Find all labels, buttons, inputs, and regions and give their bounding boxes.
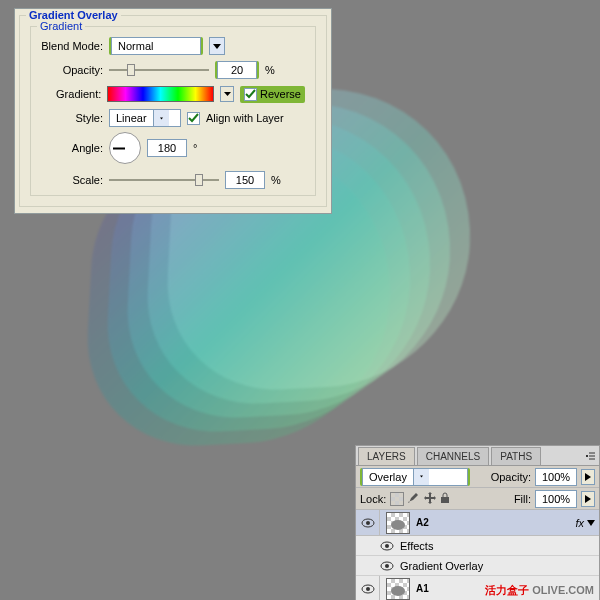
- chevron-down-icon: [413, 469, 429, 485]
- align-with-layer-label: Align with Layer: [206, 112, 284, 124]
- svg-point-4: [391, 520, 405, 530]
- fill-input[interactable]: 100%: [535, 490, 577, 508]
- lock-transparency-icon[interactable]: [390, 492, 404, 506]
- effects-label: Effects: [400, 540, 433, 552]
- opacity-label: Opacity:: [41, 64, 103, 76]
- reverse-label: Reverse: [260, 88, 301, 100]
- svg-point-0: [586, 455, 588, 457]
- visibility-toggle[interactable]: [356, 576, 380, 600]
- layer-opacity-label: Opacity:: [491, 471, 531, 483]
- angle-input[interactable]: 180: [147, 139, 187, 157]
- fill-flyout-icon[interactable]: [581, 491, 595, 507]
- layer-opacity-input[interactable]: 100%: [535, 468, 577, 486]
- watermark: 活力盒子 OLIVE.COM: [485, 583, 594, 598]
- gradient-section-label: Gradient: [37, 20, 85, 32]
- layer-row-a2[interactable]: A2 fx: [356, 510, 599, 536]
- scale-input[interactable]: 150: [225, 171, 265, 189]
- gradient-overlay-panel: Gradient Overlay Gradient Blend Mode: No…: [14, 8, 332, 214]
- layer-name[interactable]: A2: [416, 517, 429, 528]
- opacity-suffix: %: [265, 64, 275, 76]
- align-with-layer-checkbox[interactable]: [187, 112, 200, 125]
- panel-menu-icon[interactable]: [581, 447, 599, 465]
- svg-point-8: [385, 564, 389, 568]
- scale-label: Scale:: [41, 174, 103, 186]
- angle-label: Angle:: [41, 142, 103, 154]
- blend-mode-label: Blend Mode:: [41, 40, 103, 52]
- fill-label: Fill:: [514, 493, 531, 505]
- gradient-preview[interactable]: [107, 86, 214, 102]
- lock-brush-icon[interactable]: [408, 492, 420, 506]
- layer-thumbnail[interactable]: [386, 512, 410, 534]
- svg-rect-1: [441, 497, 449, 503]
- scale-slider[interactable]: [109, 173, 219, 187]
- eye-icon[interactable]: [380, 561, 394, 571]
- svg-point-11: [391, 586, 405, 596]
- lock-all-icon[interactable]: [440, 492, 450, 506]
- effect-gradient-overlay[interactable]: Gradient Overlay: [356, 556, 599, 576]
- blend-mode-select[interactable]: Normal: [111, 37, 201, 55]
- layers-panel: LAYERS CHANNELS PATHS Overlay Opacity: 1…: [355, 445, 600, 600]
- tab-paths[interactable]: PATHS: [491, 447, 541, 465]
- effect-name: Gradient Overlay: [400, 560, 483, 572]
- tab-channels[interactable]: CHANNELS: [417, 447, 489, 465]
- scale-suffix: %: [271, 174, 281, 186]
- lock-move-icon[interactable]: [424, 492, 436, 506]
- reverse-checkbox[interactable]: [244, 88, 257, 101]
- chevron-down-icon[interactable]: [209, 37, 225, 55]
- layer-blend-value: Overlay: [363, 471, 413, 483]
- chevron-down-icon[interactable]: [587, 520, 595, 526]
- tab-layers[interactable]: LAYERS: [358, 447, 415, 465]
- opacity-input[interactable]: 20: [217, 61, 257, 79]
- style-value: Linear: [110, 112, 153, 124]
- fx-badge[interactable]: fx: [575, 517, 584, 529]
- style-select[interactable]: Linear: [109, 109, 181, 127]
- chevron-down-icon: [153, 110, 169, 126]
- svg-point-10: [366, 587, 370, 591]
- effects-group[interactable]: Effects: [356, 536, 599, 556]
- opacity-slider[interactable]: [109, 63, 209, 77]
- blend-mode-value: Normal: [112, 40, 159, 52]
- lock-label: Lock:: [360, 493, 386, 505]
- style-label: Style:: [41, 112, 103, 124]
- opacity-flyout-icon[interactable]: [581, 469, 595, 485]
- angle-suffix: °: [193, 142, 197, 154]
- layer-thumbnail[interactable]: [386, 578, 410, 600]
- svg-point-3: [366, 521, 370, 525]
- eye-icon[interactable]: [380, 541, 394, 551]
- svg-point-6: [385, 544, 389, 548]
- layer-name[interactable]: A1: [416, 583, 429, 594]
- visibility-toggle[interactable]: [356, 510, 380, 535]
- gradient-dropdown[interactable]: [220, 86, 234, 102]
- layer-blend-select[interactable]: Overlay: [362, 468, 468, 486]
- gradient-label: Gradient:: [41, 88, 101, 100]
- angle-dial[interactable]: [109, 132, 141, 164]
